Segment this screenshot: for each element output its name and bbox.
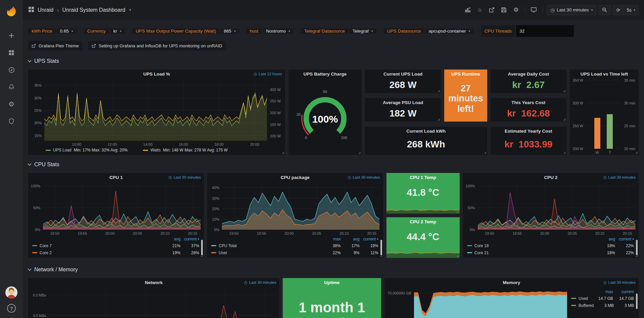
time-range-picker[interactable]: ◷ Last 30 minutes ▾	[547, 5, 597, 15]
refresh-icon[interactable]: ⟳	[613, 5, 623, 15]
clock-icon: ◷	[603, 280, 607, 285]
panel-title[interactable]: UPS Load vs Time left	[570, 70, 639, 78]
clock-icon: ◷	[244, 280, 247, 285]
sort-current[interactable]: current	[613, 289, 634, 294]
panel-title[interactable]: Estimated Yearly Cost	[491, 127, 566, 135]
sort-current[interactable]: current▾	[615, 237, 634, 241]
panel-title[interactable]: UPS Load %	[28, 70, 285, 78]
breadcrumb-root[interactable]: Unraid	[38, 7, 53, 13]
svg-text:0: 0	[305, 136, 307, 140]
cpu-threads-input[interactable]	[516, 25, 574, 37]
sort-current[interactable]: current▾	[180, 237, 199, 241]
cpu-package-plot[interactable]: 0%10%20%30%40%19:5019:5520:0020:0520:102…	[207, 182, 383, 236]
sort-avg[interactable]: avg	[162, 237, 180, 241]
zoom-out-button[interactable]	[598, 5, 611, 15]
variable-value-dropdown[interactable]: 865▾	[220, 29, 239, 34]
ups-load-plot[interactable]: 15%20%25%30%35%100 W150 W200 W250 W300 W…	[28, 78, 285, 147]
breadcrumb-current[interactable]: Unraid System Dashboard	[62, 7, 125, 13]
panel-title[interactable]: Memory	[384, 278, 639, 287]
dashboards-icon[interactable]	[7, 49, 15, 57]
cpu-package-legend: max avg current▾ CPU Total 38% 17% 19% U…	[207, 236, 383, 258]
panel-title[interactable]: CPU 2 Temp	[386, 217, 460, 226]
alerting-icon[interactable]	[7, 83, 15, 91]
sort-max[interactable]: max	[322, 237, 341, 241]
section-header-network-memory[interactable]: Network / Memory	[28, 265, 639, 275]
legend-row: Buffered 3 MB 3 MB	[571, 302, 634, 309]
panel-time-override[interactable]: ◷ Last 12 hours	[254, 72, 282, 76]
grafana-app: ⚙ ? Unraid ›	[0, 0, 644, 318]
panel-title[interactable]: UPS Battery Charge	[288, 70, 362, 78]
legend-series[interactable]: Core 18	[467, 243, 596, 248]
legend-series[interactable]: CPU Total	[211, 243, 322, 248]
breadcrumb: Unraid › Unraid System Dashboard ▾	[38, 7, 131, 13]
panel-title[interactable]: Average PSU Load	[365, 98, 441, 107]
variable-value-dropdown[interactable]: kr▾	[110, 29, 125, 34]
link-grafana-plex-theme[interactable]: Grafana Plex Theme	[28, 41, 82, 50]
sort-avg[interactable]: avg	[596, 237, 615, 241]
panel-title[interactable]: Uptime	[283, 278, 381, 287]
save-icon[interactable]	[499, 5, 509, 15]
create-icon[interactable]	[7, 32, 15, 40]
panel-title[interactable]: CPU 1 Temp	[386, 173, 460, 182]
sort-max[interactable]: max	[592, 289, 613, 294]
panel-time-override[interactable]: ◷ Last 30 minutes	[348, 175, 380, 180]
legend-series[interactable]: Core 7	[32, 243, 162, 248]
panel-time-override[interactable]: ◷ Last 30 minutes	[169, 175, 201, 180]
variable-label: kWh Price	[28, 29, 56, 34]
avatar-image	[5, 286, 17, 299]
link-ups-monitoring-guide[interactable]: Setting up Grafana and InfluxDB for UPS …	[88, 41, 226, 50]
panel-estimated-yearly-cost: Estimated Yearly Cost kr 1033.99	[491, 127, 566, 155]
cpu1-plot[interactable]: 0%50%100%19:5019:5520:0020:0520:1020:15	[28, 182, 204, 236]
legend-series[interactable]: Used	[571, 296, 592, 301]
memory-plot[interactable]: 50.000000 GB60.000000 GB70.000000 GB	[384, 287, 570, 318]
legend-scrollbar[interactable]	[380, 240, 382, 255]
panel-title[interactable]: Current UPS Load	[365, 70, 441, 78]
section-header-ups-stats[interactable]: UPS Stats	[28, 56, 639, 66]
explore-icon[interactable]	[7, 66, 15, 74]
panel-time-override[interactable]: ◷ Last 30 minutes	[244, 280, 276, 285]
refresh-interval-select[interactable]: 5s ▾	[624, 5, 638, 15]
legend-scrollbar[interactable]	[636, 240, 638, 255]
variable-value-dropdown[interactable]: Nostromo▾	[263, 29, 294, 34]
share-icon[interactable]	[487, 5, 497, 15]
settings-icon[interactable]: ⚙	[511, 5, 521, 15]
sort-current[interactable]: current▾	[360, 237, 378, 241]
cpu2-plot[interactable]: 0%50%100%19:5019:5520:0020:0520:1020:15	[463, 182, 639, 236]
add-panel-icon[interactable]	[463, 5, 473, 15]
cycle-view-icon[interactable]	[529, 5, 539, 15]
legend-scrollbar[interactable]	[201, 240, 203, 255]
legend-series[interactable]: UPS Load Min: 17% Max: 32% Avg: 20%	[46, 148, 128, 152]
clock-icon: ◷	[550, 7, 554, 13]
variable-value-dropdown[interactable]: apcupsd-container▾	[425, 29, 474, 34]
help-icon[interactable]: ?	[7, 304, 16, 313]
ups-vs-time-plot[interactable]: 200 W250 W300 W350 W20 min25 min30 min35…	[570, 78, 639, 155]
cpu1-legend: avg current▾ Core 7 21% 37% Core 2 19% 2…	[28, 236, 204, 258]
panel-title[interactable]: Network	[28, 278, 279, 287]
grafana-logo[interactable]	[5, 3, 18, 17]
legend-series[interactable]: Core 2	[32, 251, 162, 255]
panel-time-override[interactable]: ◷ Last 30 minutes	[603, 175, 636, 180]
legend-series[interactable]: Watts Min: 148 W Max: 278 W Avg: 175 W	[143, 148, 228, 152]
section-header-cpu-stats[interactable]: CPU Stats	[28, 160, 639, 170]
server-admin-icon[interactable]	[7, 117, 15, 125]
variable-value-dropdown[interactable]: 0.65▾	[57, 29, 77, 34]
panel-time-override[interactable]: ◷ Last 30 minutes	[603, 280, 636, 285]
legend-series[interactable]: Buffered	[571, 303, 594, 308]
legend-scrollbar[interactable]	[636, 293, 638, 309]
legend-series[interactable]: User	[211, 251, 322, 255]
configuration-icon[interactable]: ⚙	[7, 100, 15, 108]
star-icon[interactable]: ☆	[475, 5, 485, 15]
user-avatar[interactable]	[5, 286, 17, 299]
panel-title[interactable]: UPS Runtime	[444, 70, 487, 78]
legend-header: avg current▾	[32, 236, 199, 242]
legend-series[interactable]: Core 21	[467, 251, 596, 255]
variable-label: host	[246, 29, 262, 34]
sort-avg[interactable]: avg	[341, 237, 360, 241]
panel-title[interactable]: Current Load kWh	[365, 127, 487, 135]
panel-title[interactable]: Average Daily Cost	[491, 70, 566, 78]
dashboard-dropdown-caret-icon[interactable]: ▾	[129, 8, 131, 12]
variable-value-dropdown[interactable]: Telegraf▾	[349, 29, 376, 34]
caret-down-icon: ▾	[120, 29, 122, 33]
network-plot[interactable]: 2.0 MBs4.0 MBs6.0 MBs19:5019:5520:0020:0…	[28, 287, 279, 318]
panel-title[interactable]: This Years Cost	[491, 98, 566, 107]
